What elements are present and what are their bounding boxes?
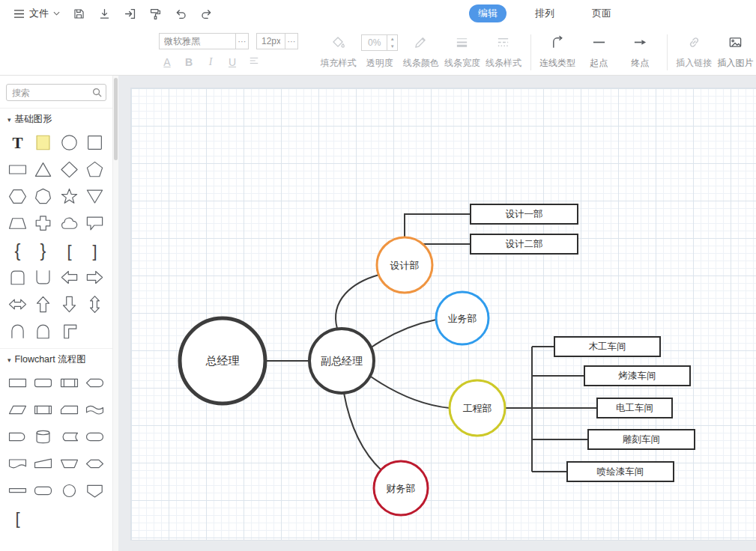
- shape-cloud[interactable]: [56, 211, 82, 236]
- download-button[interactable]: [91, 3, 117, 24]
- shape-rounded-process[interactable]: [31, 371, 57, 395]
- stepper-down-icon[interactable]: ▼: [387, 43, 397, 50]
- font-color-button[interactable]: A: [160, 56, 174, 68]
- shape-arch-closed[interactable]: [31, 319, 57, 344]
- shape-arrow-down[interactable]: [56, 292, 82, 317]
- node-design-div-1[interactable]: 设计一部: [471, 204, 578, 224]
- edge-deputy-general-manager-business-dept[interactable]: [370, 320, 436, 348]
- opacity-input[interactable]: [362, 35, 387, 50]
- section-header-basic[interactable]: ▾基础图形: [0, 108, 112, 129]
- shape-delay[interactable]: [4, 424, 31, 449]
- shape-database[interactable]: [31, 424, 57, 449]
- node-general-manager[interactable]: 总经理: [180, 318, 265, 404]
- node-engineering-dept[interactable]: 工程部: [450, 380, 505, 436]
- node-carving-shop[interactable]: 雕刻车间: [588, 430, 695, 449]
- shape-bracket-left[interactable]: [: [56, 238, 82, 263]
- shape-data[interactable]: [4, 398, 31, 422]
- shape-predefined-process[interactable]: [31, 398, 57, 422]
- line-style-button[interactable]: 线条样式: [483, 33, 524, 70]
- shape-subroutine[interactable]: [56, 371, 82, 395]
- start-point-button[interactable]: 起点: [578, 33, 620, 70]
- file-menu-button[interactable]: 文件: [7, 4, 66, 23]
- shape-text[interactable]: T: [4, 130, 31, 155]
- node-woodwork-shop[interactable]: 木工车间: [554, 337, 660, 356]
- more-options-icon[interactable]: ⋯: [235, 33, 249, 49]
- shape-circle[interactable]: [56, 130, 82, 155]
- shape-manual-operation[interactable]: [56, 451, 82, 476]
- edge-deputy-general-manager-engineering-dept[interactable]: [369, 375, 450, 408]
- font-size-input[interactable]: [256, 33, 285, 49]
- shape-arrow-right[interactable]: [82, 265, 109, 290]
- shape-trapezoid[interactable]: [4, 211, 31, 236]
- edge-deputy-general-manager-design-dept[interactable]: [336, 275, 379, 329]
- sidebar-scrollbar[interactable]: [112, 76, 118, 551]
- shape-connector[interactable]: [56, 478, 82, 503]
- shape-bracket-partial[interactable]: [: [4, 505, 31, 530]
- shape-stored-data[interactable]: [56, 424, 82, 449]
- tab-edit[interactable]: 编辑: [469, 4, 506, 22]
- fill-style-button[interactable]: 填充样式: [318, 33, 359, 70]
- opacity-control[interactable]: ▲ ▼ 透明度: [359, 33, 400, 70]
- end-point-button[interactable]: 终点: [620, 33, 661, 70]
- shape-cross[interactable]: [31, 211, 57, 236]
- shape-terminator[interactable]: [82, 424, 109, 449]
- scrollbar-thumb[interactable]: [114, 78, 118, 160]
- italic-button[interactable]: I: [204, 56, 217, 68]
- node-deputy-general-manager[interactable]: 副总经理: [309, 329, 374, 393]
- align-button[interactable]: [247, 55, 261, 68]
- redo-button[interactable]: [193, 3, 219, 24]
- save-button[interactable]: [66, 3, 91, 24]
- edge-deputy-general-manager-finance-dept[interactable]: [344, 393, 382, 471]
- shape-arrow-up-down[interactable]: [82, 292, 109, 317]
- node-spray-paint-shop[interactable]: 喷绘漆车间: [567, 462, 674, 481]
- shape-diamond[interactable]: [56, 157, 82, 182]
- shape-display[interactable]: [82, 371, 109, 395]
- node-design-dept[interactable]: 设计部: [377, 237, 432, 293]
- node-design-div-2[interactable]: 设计二部: [471, 234, 578, 254]
- edge-design-dept-design-div-1[interactable]: [405, 214, 471, 237]
- connector-type-button[interactable]: 连线类型: [537, 33, 578, 70]
- shape-document[interactable]: [4, 451, 31, 476]
- shape-preparation[interactable]: [82, 451, 109, 476]
- shape-callout[interactable]: [82, 211, 109, 236]
- line-width-button[interactable]: 线条宽度: [441, 33, 483, 70]
- font-family-input[interactable]: [159, 33, 235, 49]
- tab-arrange[interactable]: 排列: [526, 4, 563, 22]
- node-finance-dept[interactable]: 财务部: [374, 461, 428, 515]
- node-electric-shop[interactable]: 电工车间: [597, 398, 672, 418]
- shape-card-cut[interactable]: [56, 398, 82, 422]
- shape-thin-rect[interactable]: [4, 478, 31, 503]
- format-painter-button[interactable]: [142, 3, 168, 24]
- shape-square[interactable]: [82, 130, 109, 155]
- insert-link-button[interactable]: 插入链接: [674, 33, 715, 70]
- shape-u-shape[interactable]: [31, 265, 57, 290]
- export-button[interactable]: [117, 3, 142, 24]
- section-header-flowchart[interactable]: ▾Flowchart 流程图: [0, 348, 112, 369]
- shape-star[interactable]: [56, 184, 82, 209]
- more-options-icon[interactable]: ⋯: [285, 33, 298, 49]
- tab-page[interactable]: 页面: [583, 4, 620, 22]
- shape-arrow-left-right[interactable]: [4, 292, 31, 317]
- shape-heptagon[interactable]: [31, 184, 57, 209]
- search-icon[interactable]: [91, 87, 103, 98]
- shape-arrow-up[interactable]: [31, 292, 57, 317]
- line-color-button[interactable]: 线条颜色: [400, 33, 441, 70]
- edge-engineering-dept-workshops-trunk[interactable]: [505, 347, 532, 472]
- shape-pentagon[interactable]: [82, 157, 109, 182]
- shape-triangle[interactable]: [31, 157, 57, 182]
- shape-brace-left[interactable]: {: [4, 238, 31, 263]
- shape-note[interactable]: [31, 130, 57, 155]
- bold-button[interactable]: B: [182, 56, 196, 68]
- undo-button[interactable]: [168, 3, 193, 24]
- shape-card[interactable]: [4, 265, 31, 290]
- node-business-dept[interactable]: 业务部: [436, 292, 489, 344]
- shape-angle-bracket[interactable]: [56, 319, 82, 344]
- insert-image-button[interactable]: 插入图片: [715, 33, 756, 70]
- underline-button[interactable]: U: [226, 56, 239, 68]
- shape-rounded-rect[interactable]: [31, 478, 57, 503]
- node-paint-shop[interactable]: 烤漆车间: [584, 366, 690, 386]
- shape-arch[interactable]: [4, 319, 31, 344]
- shape-rectangle[interactable]: [4, 157, 31, 182]
- shape-tape[interactable]: [82, 398, 109, 422]
- shape-arrow-left[interactable]: [56, 265, 82, 290]
